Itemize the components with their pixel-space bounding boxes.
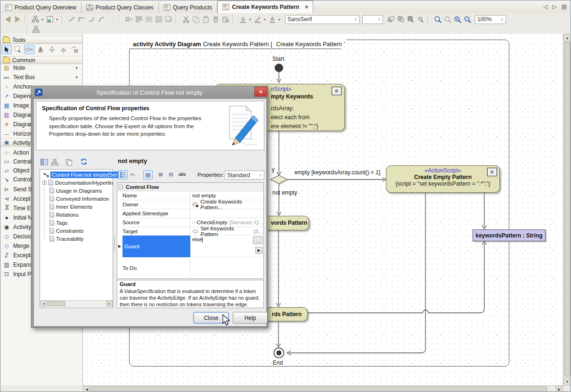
property-label-source[interactable]: Source <box>122 218 190 227</box>
tree-item-traceability[interactable]: Traceability <box>41 235 83 243</box>
property-label-name[interactable]: Name <box>122 191 190 200</box>
tab-list-icon[interactable]: ▤ <box>562 3 567 10</box>
show-hide-icon[interactable] <box>406 15 415 24</box>
property-label-applied-stereotype[interactable]: Applied Stereotype <box>122 209 190 218</box>
chevron-down-icon[interactable]: ▾ <box>75 65 78 70</box>
refresh-icon[interactable] <box>80 157 88 166</box>
vertical-scroll-thumb[interactable] <box>564 42 571 376</box>
edge-creation-tool-button[interactable] <box>24 45 34 54</box>
swimlane-icon[interactable] <box>45 15 54 24</box>
tree-item-control-flow[interactable]: Control Flow:not empty[Ser <box>41 171 119 179</box>
copy-icon[interactable] <box>191 15 200 24</box>
oblique-path-icon[interactable] <box>67 15 76 24</box>
scroll-right-icon[interactable]: ▸ <box>106 301 113 307</box>
close-icon[interactable]: × <box>254 87 267 97</box>
chevron-down-icon[interactable]: ▾ <box>75 75 78 80</box>
end-label[interactable]: End <box>273 359 283 366</box>
scroll-left-icon[interactable]: ◀ <box>83 386 90 392</box>
send-to-back-icon[interactable] <box>396 15 405 24</box>
containment-tree-icon[interactable] <box>31 15 40 24</box>
distribute-icon[interactable] <box>144 15 153 24</box>
guard-expand-button[interactable]: ▶ <box>255 247 262 254</box>
tab-create-keywords-pattern[interactable]: Create Keywords Pattern × <box>217 0 313 13</box>
tree-item-usage-in-diagrams[interactable]: Usage in Diagrams <box>41 187 102 195</box>
show-description-icon[interactable]: ▤ <box>143 170 153 180</box>
specification-dialog[interactable]: Specification of Control Flow not empty … <box>31 86 268 328</box>
properties-table[interactable]: − Control Flow Name not empty Owner Crea… <box>117 182 264 279</box>
object-node-keywords-pattern[interactable]: keywordsPattern : String <box>473 229 546 241</box>
tree-scroll-thumb[interactable] <box>48 301 65 306</box>
guard-ellipsis-button[interactable]: ... <box>253 237 262 244</box>
property-value-owner[interactable]: Create Keywords Pattern... <box>190 200 263 209</box>
empty-guard-label[interactable]: empty [keywordsArray.count() < 1] <box>294 169 380 176</box>
expand-all-icon[interactable]: ⊞ <box>156 170 165 179</box>
property-label-guard[interactable]: Guard <box>122 236 190 257</box>
chevron-down-icon[interactable]: ▾ <box>248 17 252 22</box>
canvas-horizontal-scrollbar[interactable]: ◀ ▶ <box>83 385 563 392</box>
palette-header-tools[interactable]: Tools <box>0 36 82 44</box>
property-value-guard-editor[interactable]: else <box>190 236 263 257</box>
chevron-down-icon[interactable]: ▾ <box>55 17 59 22</box>
previous-tab-icon[interactable]: ◁ <box>543 3 547 10</box>
section-header-control-flow[interactable]: − Control Flow <box>117 183 263 191</box>
property-label-target[interactable]: Target <box>122 227 190 236</box>
close-tab-icon[interactable]: × <box>305 4 308 10</box>
forward-button[interactable] <box>13 15 22 24</box>
make-same-size-icon[interactable] <box>124 15 133 24</box>
scroll-down-icon[interactable]: ▼ <box>563 378 571 385</box>
help-button[interactable]: Help <box>233 312 268 324</box>
delete-icon[interactable] <box>211 15 220 24</box>
scroll-left-icon[interactable]: ◂ <box>41 301 47 307</box>
zoom-level-combo[interactable]: 100% ∨ <box>475 15 506 24</box>
tree-item-relations[interactable]: Relations <box>41 211 79 219</box>
marquee-select-tool-button[interactable] <box>13 45 23 54</box>
collapse-all-icon[interactable]: ⊟ <box>167 170 175 179</box>
collapse-section-icon[interactable]: − <box>119 185 123 189</box>
palette-item-note[interactable]: ▤Note▾ <box>0 63 82 73</box>
zoom-fit-icon[interactable] <box>443 15 452 24</box>
select-tool-button[interactable] <box>1 45 12 54</box>
swap-tool-button[interactable] <box>69 45 80 54</box>
sort-alphabetically-icon[interactable]: A↓ <box>129 170 137 179</box>
spline-path-icon[interactable] <box>107 15 116 24</box>
decision-node[interactable] <box>270 175 287 184</box>
font-size-combo[interactable]: ∨ <box>362 15 383 24</box>
spec-tree-view-icon[interactable] <box>50 158 59 166</box>
tree-item-constraints[interactable]: Constraints <box>41 227 83 235</box>
chevron-down-icon[interactable]: ▾ <box>41 17 44 22</box>
property-label-owner[interactable]: Owner <box>122 200 190 209</box>
property-value-applied-stereotype[interactable] <box>190 209 263 218</box>
property-value-to-do[interactable] <box>190 257 263 278</box>
horizontal-spacing-tool-button[interactable] <box>58 45 68 54</box>
bring-to-front-icon[interactable] <box>386 15 395 24</box>
curved-path-icon[interactable] <box>97 15 106 24</box>
clone-icon[interactable] <box>65 158 73 166</box>
properties-mode-combo[interactable]: Standard ∨ <box>225 171 264 180</box>
action-node-create-empty-pattern[interactable]: «ActionScript» Create Empty Pattern {scr… <box>386 165 500 193</box>
property-label-to-do[interactable]: To Do <box>122 257 190 278</box>
tree-item-inner-elements[interactable]: Inner Elements <box>41 203 92 211</box>
paste-icon[interactable] <box>201 15 210 24</box>
edit-abc-icon[interactable]: abc <box>178 170 187 179</box>
grid-icon[interactable] <box>164 15 173 24</box>
splitter-handle[interactable] <box>114 236 116 250</box>
cut-icon[interactable] <box>181 15 190 24</box>
zoom-1-1-icon[interactable] <box>433 15 442 24</box>
rectilinear-path-icon[interactable] <box>77 15 86 24</box>
not-empty-guard-label[interactable]: not empty <box>272 189 297 196</box>
pen-color-icon[interactable] <box>253 15 262 24</box>
layout-icon[interactable] <box>154 15 163 24</box>
zoom-out-icon[interactable] <box>463 15 472 24</box>
zoom-in-icon[interactable] <box>453 15 462 24</box>
back-button[interactable] <box>3 15 12 24</box>
font-color-icon[interactable]: A <box>268 15 277 24</box>
next-tab-icon[interactable]: ▷ <box>552 3 556 10</box>
tree-horizontal-scrollbar[interactable]: ◂ ▸ <box>41 300 113 307</box>
vertical-spacing-tool-button[interactable] <box>47 45 57 54</box>
start-label[interactable]: Start <box>272 56 284 62</box>
tab-query-products[interactable]: Query Products <box>159 2 217 13</box>
spec-table-view-icon[interactable] <box>40 158 49 166</box>
palette-item-text-box[interactable]: abcText Box▾ <box>0 73 82 82</box>
scroll-up-icon[interactable]: ▲ <box>563 34 571 41</box>
scroll-right-icon[interactable]: ▶ <box>555 386 563 392</box>
